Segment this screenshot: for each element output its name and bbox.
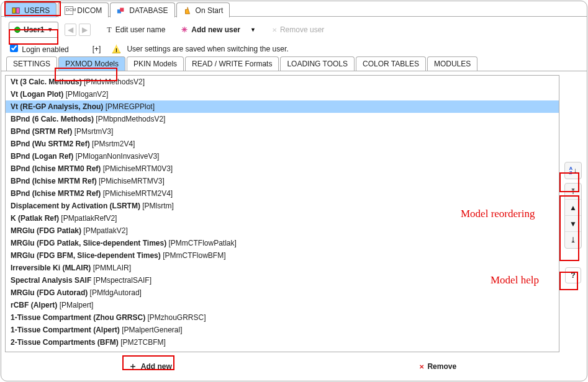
model-row[interactable]: BPnd (SRTM Ref) [PMsrtmV3] (6, 125, 559, 138)
model-id: [PMsrtmV3] (75, 127, 114, 136)
model-row[interactable]: MRGlu (FDG BFM, Slice-dependent Times) [… (6, 249, 559, 262)
model-id: [PMspectralSAIF] (94, 276, 152, 285)
warning-icon: ! (112, 45, 120, 53)
login-enabled-label: Login enabled (22, 45, 68, 54)
onstart-icon (183, 6, 192, 15)
sub-tab-readwrite[interactable]: READ / WRITE Formats (185, 56, 279, 71)
help-icon: ? (571, 271, 575, 280)
sub-tab-label: SETTINGS (13, 60, 50, 68)
model-id: [PMpatlakV2] (83, 226, 127, 235)
user-nav: ◀ ▶ (65, 24, 91, 36)
model-id: [PMichiseMRTMV3] (99, 177, 165, 185)
move-top-button[interactable]: ⤒ (565, 184, 581, 200)
add-user-button[interactable]: ✳ Add new user ▼ (181, 25, 256, 34)
svg-rect-1 (16, 7, 19, 13)
top-tab-label: On Start (196, 6, 224, 15)
sub-tab-label: MODULES (434, 60, 471, 68)
user-dropdown[interactable]: User1 ▼ (9, 22, 58, 38)
bottom-bar: ＋ Add new ✕ Remove (6, 357, 582, 376)
model-name: K (Patlak Ref) (11, 214, 61, 223)
expand-button[interactable]: [+] (93, 45, 101, 53)
model-id: [PMzhouGRRSC] (147, 313, 206, 322)
user-active-dot (14, 27, 20, 33)
add-user-label: Add new user (191, 25, 240, 34)
user-nav-next[interactable]: ▶ (79, 24, 91, 36)
sub-tab-label: PKIN Models (133, 60, 177, 68)
dropdown-triangle-icon: ▼ (47, 27, 53, 33)
sub-tab-label: READ / WRITE Formats (192, 60, 272, 68)
model-row[interactable]: MRGlu (FDG Patlak, Slice-dependent Times… (6, 237, 559, 249)
model-row[interactable]: BPnd (6 Calc. Methods) [PMbpndMethodsV2] (6, 113, 559, 125)
sub-tab-loadingtools[interactable]: LOADING TOOLS (280, 56, 355, 71)
model-row[interactable]: Vt (Logan Plot) [PMloganV2] (6, 88, 559, 100)
remove-button[interactable]: ✕ Remove (294, 358, 582, 375)
login-enabled-input[interactable] (10, 44, 18, 52)
top-tab-label: USERS (24, 6, 50, 15)
model-name: Vt (3 Calc. Methods) (11, 78, 84, 86)
model-row[interactable]: MRGlu (FDG Autorad) [PMfdgAutorad] (6, 286, 559, 299)
model-id: [PMalpertGeneral] (122, 326, 182, 334)
add-new-button[interactable]: ＋ Add new (6, 358, 294, 375)
model-name: MRGlu (FDG Patlak) (11, 226, 83, 235)
edit-user-button[interactable]: T Edit user name (107, 25, 165, 35)
model-row[interactable]: Displacement by Activation (LSRTM) [PMls… (6, 200, 559, 212)
model-id: [PMloganV2] (66, 90, 109, 99)
model-row[interactable]: BPnd (Ichise MRTM Ref) [PMichiseMRTMV3] (6, 175, 559, 187)
top-tab-label: DATABASE (129, 6, 168, 15)
sub-tab-pxmod-models[interactable]: PXMOD Models (58, 56, 125, 71)
top-tab-onstart[interactable]: On Start (176, 2, 230, 17)
model-name: 1-Tissue Compartment (Zhou GRRSC) (11, 313, 147, 322)
top-tab-label: DICOM (77, 6, 102, 15)
user-label: User1 (24, 25, 44, 34)
sub-tab-modules[interactable]: MODULES (427, 56, 477, 71)
model-row[interactable]: K (Patlak Ref) [PMpatlakRefV2] (6, 212, 559, 224)
model-row[interactable]: BPnd (Wu SRTM2 Ref) [PMsrtm2V4] (6, 138, 559, 150)
model-name: Vt (RE-GP Analysis, Zhou) (11, 102, 106, 111)
model-row[interactable]: BPnd (Ichise MRTM2 Ref) [PMichiseMRTM2V4… (6, 187, 559, 200)
sort-alpha-button[interactable]: AZ ↓ (565, 162, 581, 179)
sub-tab-colortables[interactable]: COLOR TABLES (356, 56, 426, 71)
edit-user-label: Edit user name (115, 25, 166, 34)
model-id: [PM2compartmentModelDV] (122, 350, 215, 352)
remove-user-label: Remove user (280, 25, 324, 34)
model-row[interactable]: Vt (RE-GP Analysis, Zhou) [PMREGPPlot] (6, 100, 559, 113)
top-tab-database[interactable]: DATABASE (110, 2, 174, 17)
model-id: [PMalpert] (60, 301, 94, 309)
remove-user-icon: ✕ (272, 27, 276, 33)
move-down-icon: ▼ (569, 220, 577, 228)
remove-label: Remove (427, 362, 456, 371)
plus-icon: ＋ (129, 361, 137, 372)
model-row[interactable]: rCBF (Alpert) [PMalpert] (6, 299, 559, 311)
user-nav-prev[interactable]: ◀ (65, 24, 76, 36)
top-tabs: USERS DCM DICOM DATABASE On Start (1, 1, 587, 17)
model-row[interactable]: 2-Tissue Compartments, K1/k2 [PM2compart… (6, 349, 559, 352)
model-row[interactable]: Spectral Analysis SAIF [PMspectralSAIF] (6, 274, 559, 286)
login-enabled-checkbox[interactable]: Login enabled (10, 44, 69, 54)
remove-icon: ✕ (419, 363, 423, 370)
svg-rect-0 (12, 7, 16, 13)
move-down-button[interactable]: ▼ (565, 216, 581, 232)
model-name: MRGlu (FDG Patlak, Slice-dependent Times… (11, 239, 169, 247)
model-name: BPnd (Ichise MRTM0 Ref) (11, 164, 103, 173)
sub-tab-pkin-models[interactable]: PKIN Models (127, 56, 184, 71)
model-name: Displacement by Activation (LSRTM) (11, 202, 142, 210)
top-tab-users[interactable]: USERS (5, 2, 57, 17)
model-name: 2-Tissue Compartments (BFM) (11, 338, 120, 347)
model-row[interactable]: Vt (3 Calc. Methods) [PMdvMethodsV2] (6, 76, 559, 88)
warning-text: User settings are saved when switching t… (127, 45, 288, 53)
sub-tab-settings[interactable]: SETTINGS (6, 56, 57, 71)
model-row[interactable]: 1-Tissue Compartment (Alpert) [PMalpertG… (6, 324, 559, 336)
move-up-button[interactable]: ▲ (565, 200, 581, 216)
model-name: MRGlu (FDG Autorad) (11, 288, 90, 297)
model-row[interactable]: BPnd (Ichise MRTM0 Ref) [PMichiseMRTM0V3… (6, 162, 559, 175)
model-list[interactable]: Vt (3 Calc. Methods) [PMdvMethodsV2]Vt (… (6, 76, 559, 352)
move-bottom-button[interactable]: ⤓ (565, 232, 581, 248)
model-row[interactable]: MRGlu (FDG Patlak) [PMpatlakV2] (6, 224, 559, 237)
model-row[interactable]: 1-Tissue Compartment (Zhou GRRSC) [PMzho… (6, 311, 559, 324)
add-user-dropdown-icon[interactable]: ▼ (250, 27, 256, 33)
model-row[interactable]: Irreversible Ki (MLAIR) [PMMLAIR] (6, 262, 559, 274)
top-tab-dicom[interactable]: DCM DICOM (58, 2, 109, 17)
model-row[interactable]: BPnd (Logan Ref) [PMloganNonInvasiveV3] (6, 150, 559, 162)
help-button[interactable]: ? (565, 267, 581, 283)
model-row[interactable]: 2-Tissue Compartments (BFM) [PM2TCBFM] (6, 336, 559, 349)
